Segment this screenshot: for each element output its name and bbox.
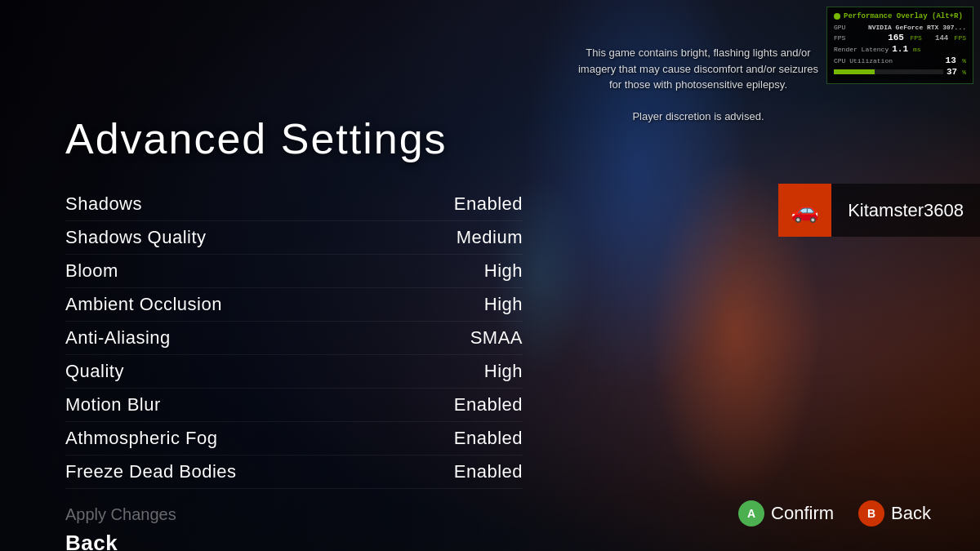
setting-value-anti-aliasing: SMAA	[470, 327, 523, 349]
setting-value-ambient-occlusion: High	[484, 294, 523, 315]
controller-hints: A Confirm B Back	[738, 500, 931, 527]
setting-value-shadows: Enabled	[454, 193, 523, 215]
settings-list: Shadows Enabled Shadows Quality Medium B…	[65, 188, 523, 489]
setting-label-ambient-occlusion: Ambient Occlusion	[65, 294, 222, 315]
apply-changes-button[interactable]: Apply Changes	[65, 505, 523, 524]
settings-panel: Advanced Settings Shadows Enabled Shadow…	[65, 114, 523, 551]
setting-row-shadows-quality[interactable]: Shadows Quality Medium	[65, 221, 523, 255]
hint-back[interactable]: B Back	[858, 500, 931, 527]
setting-value-motion-blur: Enabled	[454, 394, 523, 415]
setting-row-atmospheric-fog[interactable]: Athmospheric Fog Enabled	[65, 422, 523, 455]
perf-gpu-row: GPU NVIDIA GeForce RTX 307...	[834, 24, 966, 31]
setting-value-atmospheric-fog: Enabled	[454, 428, 523, 449]
player-avatar: 🚗	[778, 184, 831, 237]
warning-text: This game contains bright, flashing ligh…	[576, 45, 821, 125]
page-title: Advanced Settings	[65, 114, 523, 163]
player-profile: 🚗 Kitamster3608	[778, 184, 980, 237]
setting-value-quality: High	[484, 361, 523, 382]
nvidia-logo	[834, 13, 840, 20]
setting-row-bloom[interactable]: Bloom High	[65, 255, 523, 288]
setting-row-anti-aliasing[interactable]: Anti-Aliasing SMAA	[65, 322, 523, 355]
setting-row-freeze-dead-bodies[interactable]: Freeze Dead Bodies Enabled	[65, 455, 523, 489]
perf-fps-row: FPS 165 FPS 144 FPS	[834, 33, 966, 42]
setting-label-atmospheric-fog: Athmospheric Fog	[65, 428, 218, 449]
back-hint-label: Back	[891, 503, 931, 524]
button-b: B	[858, 500, 884, 527]
setting-label-anti-aliasing: Anti-Aliasing	[65, 327, 171, 349]
car-icon: 🚗	[791, 197, 819, 224]
player-name: Kitamster3608	[831, 200, 980, 221]
perf-overlay-title: Performance Overlay (Alt+R)	[834, 12, 966, 20]
setting-label-motion-blur: Motion Blur	[65, 394, 161, 415]
setting-label-shadows: Shadows	[65, 193, 142, 215]
perf-cpu2-row: 37 %	[834, 67, 966, 77]
setting-value-bloom: High	[484, 260, 523, 282]
perf-cpu2-bar-fill	[834, 69, 875, 74]
perf-latency-row: Render Latency 1.1 ms	[834, 44, 966, 54]
performance-overlay: Performance Overlay (Alt+R) GPU NVIDIA G…	[826, 7, 973, 84]
setting-row-motion-blur[interactable]: Motion Blur Enabled	[65, 389, 523, 422]
setting-row-shadows[interactable]: Shadows Enabled	[65, 188, 523, 221]
setting-label-shadows-quality: Shadows Quality	[65, 227, 207, 248]
setting-value-shadows-quality: Medium	[457, 227, 523, 248]
setting-row-ambient-occlusion[interactable]: Ambient Occlusion High	[65, 288, 523, 322]
setting-label-bloom: Bloom	[65, 260, 118, 282]
setting-label-quality: Quality	[65, 361, 124, 382]
warning-overlay: This game contains bright, flashing ligh…	[576, 45, 821, 125]
setting-label-freeze-dead-bodies: Freeze Dead Bodies	[65, 461, 237, 482]
setting-value-freeze-dead-bodies: Enabled	[454, 461, 523, 482]
perf-cpu2-bar	[834, 69, 943, 74]
confirm-label: Confirm	[771, 503, 834, 524]
button-a: A	[738, 500, 764, 527]
perf-cpu-row: CPU Utilization 13 %	[834, 56, 966, 65]
setting-row-quality[interactable]: Quality High	[65, 355, 523, 389]
back-button[interactable]: Back	[65, 531, 523, 551]
hint-confirm[interactable]: A Confirm	[738, 500, 834, 527]
